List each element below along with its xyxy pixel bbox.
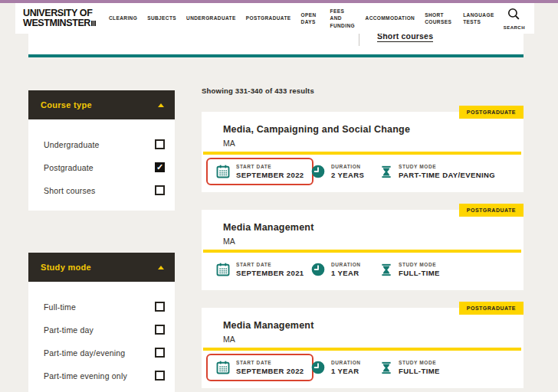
course-meta-row: START DATE SEPTEMBER 2022 DURATION 2 YEA… <box>202 156 524 191</box>
option-label: Short courses <box>44 186 95 195</box>
study-mode-label: STUDY MODE <box>399 360 440 365</box>
main-nav: CLEARING SUBJECTS UNDERGRADUATE POSTGRAD… <box>109 8 495 28</box>
course-level-badge: POSTGRADUATE <box>459 302 524 315</box>
option-label: Undergraduate <box>44 140 100 149</box>
nav-item-subjects[interactable]: SUBJECTS <box>147 15 176 21</box>
duration-value: 1 YEAR <box>331 367 361 375</box>
page: UNIVERSITY OF WESTMINSTER CLEARING SUBJE… <box>0 0 558 392</box>
study-mode-value: FULL-TIME <box>399 269 440 277</box>
course-level-badge: POSTGRADUATE <box>459 204 524 217</box>
option-label: Postgraduate <box>44 163 94 172</box>
filter-option-short-courses[interactable]: Short courses ✓ <box>44 185 165 195</box>
study-mode-value: PART-TIME DAY/EVENING <box>399 171 495 179</box>
nav-item-postgraduate[interactable]: POSTGRADUATE <box>246 15 291 21</box>
filter-title: Study mode <box>41 263 91 272</box>
start-date-group: START DATE SEPTEMBER 2022 <box>206 354 313 381</box>
course-card: POSTGRADUATE Media Management MA START D… <box>202 302 524 388</box>
study-mode-group: STUDY MODE FULL-TIME <box>370 256 449 283</box>
nav-item-accommodation[interactable]: ACCOMMODATION <box>366 15 415 21</box>
start-date-label: START DATE <box>236 262 304 267</box>
duration-group: DURATION 1 YEAR <box>301 256 370 283</box>
study-mode-group: STUDY MODE PART-TIME DAY/EVENING <box>370 158 504 185</box>
filter-option-part-time-evening-only[interactable]: Part-time evening only ✓ <box>44 371 165 381</box>
course-card-body[interactable]: Media Management MA START DATE SEPTEMBER… <box>202 308 524 388</box>
duration-label: DURATION <box>331 164 364 169</box>
course-card: POSTGRADUATE Media, Campaigning and Soci… <box>202 106 524 192</box>
filter-option-undergraduate[interactable]: Undergraduate ✓ <box>44 139 165 149</box>
filter-option-full-time[interactable]: Full-time ✓ <box>44 302 165 312</box>
duration-label: DURATION <box>331 262 361 267</box>
option-label: Part-time evening only <box>44 371 127 381</box>
start-date-label: START DATE <box>236 164 304 169</box>
filter-header-course-type[interactable]: Course type <box>28 90 175 119</box>
course-qualification: MA <box>202 233 524 246</box>
hourglass-icon <box>379 165 393 179</box>
filter-option-part-time-day-evening[interactable]: Part-time day/evening ✓ <box>44 348 165 358</box>
checkbox-part-time-day[interactable]: ✓ <box>155 325 165 335</box>
course-level-badge: POSTGRADUATE <box>459 106 524 119</box>
clock-icon <box>310 262 326 277</box>
course-card-body[interactable]: Media Management MA START DATE SEPTEMBER… <box>202 210 524 290</box>
filter-header-study-mode[interactable]: Study mode <box>28 253 175 282</box>
logo-line2: WESTMINSTER <box>23 18 90 28</box>
nav-item-undergraduate[interactable]: UNDERGRADUATE <box>186 15 236 21</box>
course-meta-row: START DATE SEPTEMBER 2022 DURATION 1 YEA… <box>202 352 524 387</box>
start-date-value: SEPTEMBER 2022 <box>236 367 304 375</box>
university-logo[interactable]: UNIVERSITY OF WESTMINSTER <box>23 8 106 28</box>
chevron-up-icon <box>158 103 164 107</box>
search-label: SEARCH <box>504 25 525 30</box>
nav-item-open-days[interactable]: OPEN DAYS <box>301 11 320 25</box>
course-card: POSTGRADUATE Media Management MA START D… <box>202 204 524 290</box>
checkbox-part-time-evening-only[interactable]: ✓ <box>155 371 165 381</box>
checkbox-undergraduate[interactable]: ✓ <box>155 139 165 149</box>
study-mode-value: FULL-TIME <box>399 367 440 375</box>
filter-title: Course type <box>41 100 92 109</box>
checkbox-full-time[interactable]: ✓ <box>155 302 165 312</box>
start-date-group: START DATE SEPTEMBER 2022 <box>206 158 313 185</box>
calendar-icon <box>215 262 231 277</box>
search-icon <box>507 7 521 24</box>
checkbox-part-time-day-evening[interactable]: ✓ <box>155 348 165 358</box>
clock-icon <box>310 164 326 179</box>
results-tab-bar: Short courses <box>28 31 524 57</box>
study-mode-group: STUDY MODE FULL-TIME <box>370 354 449 381</box>
results-count: Showing 331-340 of 433 results <box>202 87 314 95</box>
start-date-label: START DATE <box>236 360 304 365</box>
calendar-icon <box>215 164 231 179</box>
duration-group: DURATION 1 YEAR <box>301 354 370 381</box>
card-divider <box>203 250 521 253</box>
option-label: Part-time day <box>44 325 94 335</box>
nav-item-clearing[interactable]: CLEARING <box>109 15 137 21</box>
checkbox-postgraduate[interactable]: ✓ <box>155 162 165 172</box>
card-divider <box>203 348 521 351</box>
checkbox-short-courses[interactable]: ✓ <box>155 185 165 195</box>
start-date-value: SEPTEMBER 2022 <box>236 171 304 179</box>
nav-item-fees-and-funding[interactable]: FEES AND FUNDING <box>330 8 356 28</box>
site-header: UNIVERSITY OF WESTMINSTER CLEARING SUBJE… <box>15 3 534 34</box>
study-mode-label: STUDY MODE <box>399 262 440 267</box>
course-meta-row: START DATE SEPTEMBER 2021 DURATION 1 YEA… <box>202 254 524 289</box>
option-label: Full-time <box>44 302 76 312</box>
course-qualification: MA <box>202 331 524 344</box>
calendar-icon <box>215 360 231 375</box>
filter-options: Full-time ✓ Part-time day ✓ Part-time da… <box>28 282 175 392</box>
portcullis-logo-mark-icon <box>91 18 96 28</box>
filter-option-postgraduate[interactable]: Postgraduate ✓ <box>44 162 165 172</box>
duration-value: 1 YEAR <box>331 269 361 277</box>
card-divider <box>203 152 521 155</box>
duration-group: DURATION 2 YEARS <box>301 158 373 185</box>
checkmark-icon: ✓ <box>156 162 163 172</box>
filter-options: Undergraduate ✓ Postgraduate ✓ Short cou… <box>28 119 175 211</box>
course-card-body[interactable]: Media, Campaigning and Social Change MA … <box>202 112 524 192</box>
filter-option-part-time-day[interactable]: Part-time day ✓ <box>44 325 165 335</box>
chevron-up-icon <box>158 266 164 270</box>
nav-item-short-courses[interactable]: SHORT COURSES <box>425 11 453 25</box>
course-qualification: MA <box>202 135 524 148</box>
search-button[interactable]: SEARCH <box>504 7 528 30</box>
filter-panel-course-type: Course type Undergraduate ✓ Postgraduate… <box>28 90 175 211</box>
nav-item-language-tests[interactable]: LANGUAGE TESTS <box>463 11 495 25</box>
option-label: Part-time day/evening <box>44 348 125 358</box>
start-date-group: START DATE SEPTEMBER 2021 <box>206 256 313 283</box>
duration-label: DURATION <box>331 360 361 365</box>
duration-value: 2 YEARS <box>331 171 364 179</box>
